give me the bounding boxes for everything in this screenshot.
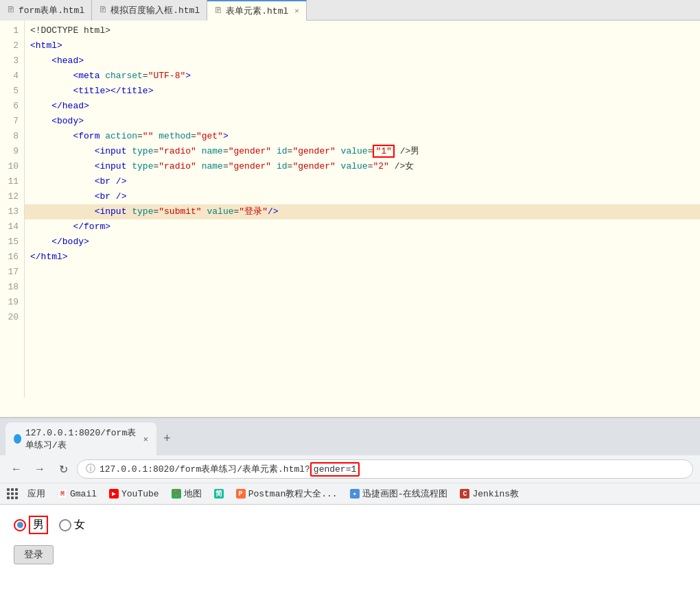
browser-tab-bar: 🌐 127.0.0.1:8020/form表单练习/表 ✕ + <box>0 418 700 455</box>
bookmarks-bar: 应用 M Gmail ▶ YouTube 📍 地图 简 P Postman教程大… <box>0 483 700 504</box>
address-base: 127.0.0.1:8020/form表单练习/表单元素.html? <box>100 464 310 475</box>
code-line-7: <body> <box>25 114 700 129</box>
address-bar-row: ← → ↻ ⓘ 127.0.0.1:8020/form表单练习/表单元素.htm… <box>0 455 700 483</box>
browser-tab-label: 127.0.0.1:8020/form表单练习/表 <box>25 427 139 451</box>
browser-tab-favicon: 🌐 <box>14 434 21 444</box>
tab-label-baidu: 模拟百度输入框.html <box>110 4 200 16</box>
youtube-icon: ▶ <box>109 489 119 499</box>
bookmark-jenkins[interactable]: C Jenkins教 <box>457 486 522 501</box>
maps-icon: 📍 <box>172 489 181 499</box>
submit-button[interactable]: 登录 <box>14 545 54 564</box>
code-line-10: <input type="radio" name="gender" id="ge… <box>25 144 700 159</box>
maps-label: 地图 <box>184 488 202 500</box>
bookmark-youtube[interactable]: ▶ YouTube <box>106 488 162 501</box>
tab-icon-biaodan: 🖹 <box>214 5 222 16</box>
radio-female-input[interactable] <box>59 519 71 531</box>
forward-button[interactable]: → <box>30 459 49 479</box>
bookmark-jian[interactable]: 简 <box>211 488 226 500</box>
radio-group-gender: 男 女 <box>14 516 686 534</box>
code-line-3: <head> <box>25 53 700 69</box>
back-button[interactable]: ← <box>7 459 26 479</box>
address-bar[interactable]: ⓘ 127.0.0.1:8020/form表单练习/表单元素.html?gend… <box>77 459 693 479</box>
address-query-highlight: gender=1 <box>310 462 360 477</box>
jenkins-icon: C <box>460 489 469 499</box>
address-text: 127.0.0.1:8020/form表单练习/表单元素.html?gender… <box>100 463 684 475</box>
tab-icon-form: 🖹 <box>7 5 15 15</box>
gmail-label: Gmail <box>70 489 97 499</box>
code-line-6: </head> <box>25 99 700 114</box>
browser-active-tab[interactable]: 🌐 127.0.0.1:8020/form表单练习/表 ✕ <box>5 422 156 455</box>
postman-label: Postman教程大全... <box>248 488 338 500</box>
bookmark-xunjie[interactable]: ✦ 迅捷画图-在线流程图 <box>347 486 451 501</box>
male-label: 男 <box>29 516 48 534</box>
code-line-2: <html> <box>25 38 700 53</box>
tab-form[interactable]: 🖹 form表单.html <box>0 0 92 21</box>
code-line-19: </html> <box>25 250 700 265</box>
code-editor: 1 2 3 4 5 6 7 8 9 10 11 12 13 14 15 16 1… <box>0 21 700 418</box>
code-line-18: </body> <box>25 235 700 250</box>
code-line-4: <meta charset="UTF-8"> <box>25 69 700 84</box>
xunjie-icon: ✦ <box>350 489 360 499</box>
browser-new-tab-btn[interactable]: + <box>159 432 175 446</box>
browser-tab-close-btn[interactable]: ✕ <box>143 434 148 444</box>
code-line-1: <!DOCTYPE html> <box>25 23 700 38</box>
radio-item-male: 男 <box>14 516 48 534</box>
postman-icon: P <box>236 489 246 499</box>
female-label: 女 <box>74 518 85 532</box>
youtube-label: YouTube <box>121 489 159 499</box>
tab-icon-baidu: 🖹 <box>99 5 107 15</box>
radio-item-female: 女 <box>59 518 85 532</box>
bookmark-apps-label[interactable]: 应用 <box>25 486 48 501</box>
code-line-15: <input type="submit" value="登录"/> <box>25 204 700 219</box>
code-line-5: <title></title> <box>25 84 700 99</box>
radio-male-input[interactable] <box>14 519 26 531</box>
webpage-content: 男 女 登录 <box>0 505 700 600</box>
xunjie-label: 迅捷画图-在线流程图 <box>362 488 448 500</box>
tab-label-biaodan: 表单元素.html <box>226 5 288 17</box>
browser-chrome: 🌐 127.0.0.1:8020/form表单练习/表 ✕ + ← → ↻ ⓘ … <box>0 418 700 505</box>
tab-label-form: form表单.html <box>19 4 84 16</box>
tab-close-biaodan[interactable]: ✕ <box>294 6 299 15</box>
code-line-12: <br /> <box>25 174 700 189</box>
code-line-13: <br /> <box>25 189 700 204</box>
code-content: <!DOCTYPE html> <html> <head> <meta char… <box>25 21 700 398</box>
jenkins-label: Jenkins教 <box>472 488 519 500</box>
apps-label: 应用 <box>27 488 45 500</box>
line-numbers: 1 2 3 4 5 6 7 8 9 10 11 12 13 14 15 16 1… <box>0 21 25 398</box>
security-icon: ⓘ <box>86 463 95 475</box>
code-line-17: </form> <box>25 219 700 235</box>
code-line-11: <input type="radio" name="gender" id="ge… <box>25 159 700 174</box>
bookmark-postman[interactable]: P Postman教程大全... <box>233 486 340 501</box>
tab-biaodan[interactable]: 🖹 表单元素.html ✕ <box>207 0 307 21</box>
reload-button[interactable]: ↻ <box>54 459 73 479</box>
editor-tab-bar: 🖹 form表单.html 🖹 模拟百度输入框.html 🖹 表单元素.html… <box>0 0 700 21</box>
code-line-8: <form action="" method="get"> <box>25 129 700 144</box>
bookmark-gmail[interactable]: M Gmail <box>55 488 100 501</box>
gmail-icon: M <box>58 489 67 499</box>
apps-grid-icon[interactable] <box>7 488 18 499</box>
bookmark-maps[interactable]: 📍 地图 <box>169 486 205 501</box>
jian-icon: 简 <box>214 489 224 499</box>
submit-area: 登录 <box>14 545 686 564</box>
tab-baidu[interactable]: 🖹 模拟百度输入框.html <box>92 0 207 21</box>
